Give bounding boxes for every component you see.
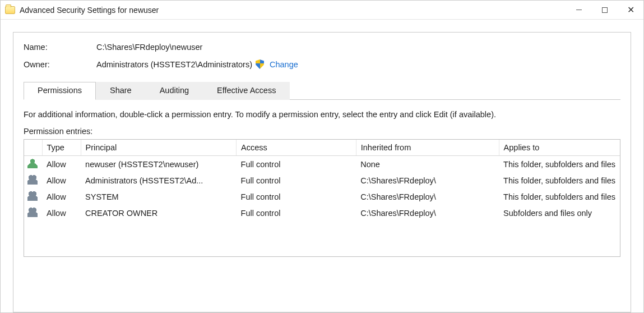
col-type[interactable]: Type — [42, 140, 81, 156]
instruction-text: For additional information, double-click… — [24, 110, 620, 119]
change-owner-link[interactable]: Change — [270, 60, 298, 69]
group-icon — [27, 207, 38, 217]
cell-access: Full control — [237, 156, 356, 173]
permission-entries-label: Permission entries: — [24, 127, 620, 136]
col-icon[interactable] — [24, 140, 42, 156]
table-row[interactable]: AllowSYSTEMFull controlC:\Shares\FRdeplo… — [24, 188, 620, 205]
group-icon — [27, 174, 38, 185]
owner-value: Administrators (HSSTEST2\Administrators) — [96, 60, 252, 69]
close-icon: ✕ — [627, 6, 634, 15]
content-area: Name: C:\Shares\FRdeploy\newuser Owner: … — [1, 20, 643, 312]
maximize-icon — [602, 7, 608, 13]
titlebar: Advanced Security Settings for newuser ✕ — [1, 1, 643, 20]
cell-inherited: C:\Shares\FRdeploy\ — [356, 205, 499, 221]
cell-type: Allow — [42, 188, 81, 205]
group-icon — [27, 191, 38, 201]
col-applies[interactable]: Applies to — [499, 140, 620, 156]
cell-access: Full control — [237, 188, 356, 205]
cell-principal: newuser (HSSTEST2\newuser) — [81, 156, 236, 173]
shield-icon — [256, 59, 264, 69]
owner-label: Owner: — [24, 60, 96, 69]
maximize-button[interactable] — [592, 1, 618, 20]
col-principal[interactable]: Principal — [81, 140, 236, 156]
owner-value-group: Administrators (HSSTEST2\Administrators)… — [96, 59, 298, 69]
minimize-icon — [576, 10, 582, 10]
permission-table: Type Principal Access Inherited from App… — [24, 140, 620, 221]
cell-inherited: C:\Shares\FRdeploy\ — [356, 188, 499, 205]
col-inherited[interactable]: Inherited from — [356, 140, 499, 156]
tab-permissions[interactable]: Permissions — [24, 82, 96, 100]
cell-applies: This folder, subfolders and files — [499, 188, 620, 205]
cell-type: Allow — [42, 172, 81, 188]
security-settings-window: Advanced Security Settings for newuser ✕… — [0, 0, 644, 313]
cell-principal: SYSTEM — [81, 188, 236, 205]
cell-inherited: None — [356, 156, 499, 173]
name-label: Name: — [24, 43, 96, 52]
cell-access: Full control — [237, 205, 356, 221]
cell-applies: This folder, subfolders and files — [499, 156, 620, 173]
user-icon — [27, 158, 38, 168]
cell-access: Full control — [237, 172, 356, 188]
close-button[interactable]: ✕ — [618, 1, 643, 20]
cell-principal: CREATOR OWNER — [81, 205, 236, 221]
permission-table-wrap: Type Principal Access Inherited from App… — [24, 139, 620, 257]
tab-share[interactable]: Share — [96, 82, 146, 100]
table-row[interactable]: AllowCREATOR OWNERFull controlC:\Shares\… — [24, 205, 620, 221]
cell-type: Allow — [42, 205, 81, 221]
cell-applies: This folder, subfolders and files — [499, 172, 620, 188]
tab-effective-access[interactable]: Effective Access — [203, 82, 290, 100]
tab-strip: Permissions Share Auditing Effective Acc… — [24, 81, 620, 100]
cell-type: Allow — [42, 156, 81, 173]
folder-icon — [5, 6, 15, 14]
col-access[interactable]: Access — [237, 140, 356, 156]
name-value: C:\Shares\FRdeploy\newuser — [96, 43, 202, 52]
inner-panel: Name: C:\Shares\FRdeploy\newuser Owner: … — [13, 32, 631, 312]
minimize-button[interactable] — [566, 1, 592, 20]
table-row[interactable]: Allownewuser (HSSTEST2\newuser)Full cont… — [24, 156, 620, 173]
cell-principal: Administrators (HSSTEST2\Ad... — [81, 172, 236, 188]
owner-row: Owner: Administrators (HSSTEST2\Administ… — [24, 59, 620, 69]
cell-applies: Subfolders and files only — [499, 205, 620, 221]
window-title: Advanced Security Settings for newuser — [20, 6, 159, 15]
cell-inherited: C:\Shares\FRdeploy\ — [356, 172, 499, 188]
tab-auditing[interactable]: Auditing — [146, 82, 203, 100]
table-row[interactable]: AllowAdministrators (HSSTEST2\Ad...Full … — [24, 172, 620, 188]
name-row: Name: C:\Shares\FRdeploy\newuser — [24, 43, 620, 52]
